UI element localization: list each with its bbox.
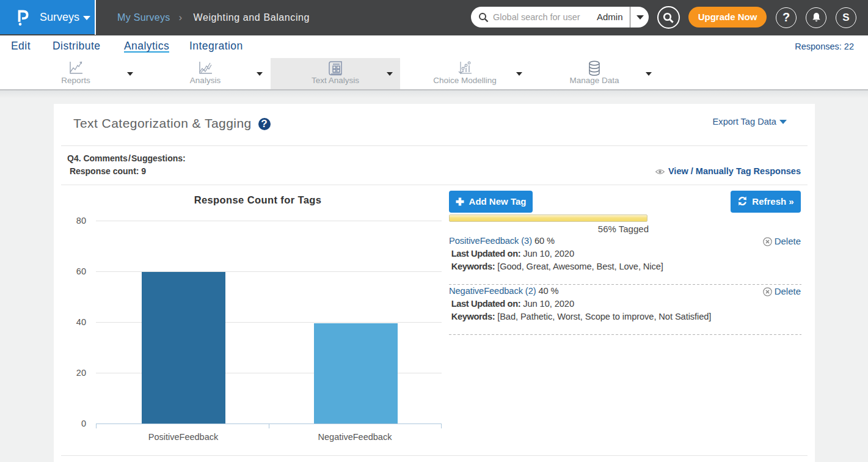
svg-text:0: 0 [81, 419, 86, 428]
svg-text:40: 40 [76, 317, 86, 327]
svg-text:PositiveFeedback: PositiveFeedback [148, 432, 219, 442]
svg-text:NegativeFeedback: NegativeFeedback [318, 432, 393, 442]
svg-text:Response Count for Tags: Response Count for Tags [194, 194, 322, 205]
svg-text:20: 20 [76, 368, 86, 378]
svg-text:80: 80 [76, 216, 86, 226]
svg-text:60: 60 [76, 266, 86, 276]
